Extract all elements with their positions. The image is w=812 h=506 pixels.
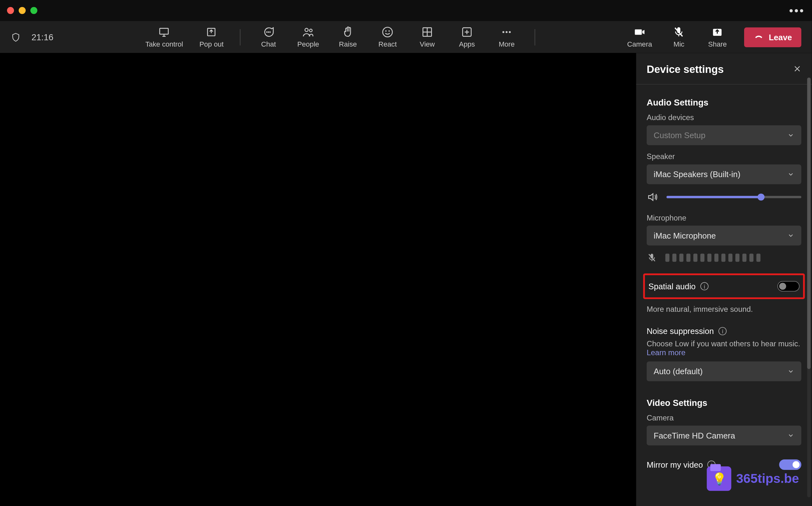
svg-point-13 — [505, 31, 508, 33]
take-control-label: Take control — [145, 40, 183, 49]
titlebar-more-icon[interactable]: ••• — [789, 4, 805, 17]
react-button[interactable]: React — [376, 26, 399, 49]
chevron-down-icon — [787, 368, 794, 375]
svg-point-9 — [389, 31, 390, 31]
raise-hand-button[interactable]: Raise — [336, 26, 360, 49]
pop-out-label: Pop out — [200, 40, 224, 49]
toolbar-center: Take control Pop out Chat People Raise — [145, 26, 535, 49]
speaker-select[interactable]: iMac Speakers (Built-in) — [647, 164, 802, 184]
lightbulb-icon: 💡 — [712, 472, 727, 486]
device-settings-panel: Device settings Audio Settings Audio dev… — [636, 53, 812, 506]
svg-point-12 — [502, 31, 504, 33]
toolbar-right: Camera Mic Share Leave — [627, 26, 801, 49]
minimize-window-button[interactable] — [19, 7, 26, 14]
watermark-text: 365tips.be — [736, 471, 799, 486]
leave-button[interactable]: Leave — [744, 27, 802, 47]
close-icon — [793, 65, 802, 73]
microphone-select[interactable]: iMac Microphone — [647, 226, 802, 246]
noise-desc-text: Choose Low if you want others to hear mu… — [647, 339, 800, 348]
mic-level-bars — [666, 253, 761, 262]
spatial-audio-highlight: Spatial audio i — [643, 273, 805, 299]
camera-label: Camera — [647, 414, 802, 422]
speaker-icon — [647, 191, 659, 203]
spatial-audio-description: More natural, immersive sound. — [647, 305, 802, 314]
mic-label: Mic — [673, 40, 684, 49]
chevron-down-icon — [787, 171, 794, 178]
chevron-down-icon — [787, 232, 794, 239]
close-panel-button[interactable] — [793, 64, 802, 76]
audio-devices-select[interactable]: Custom Setup — [647, 125, 802, 146]
pop-out-button[interactable]: Pop out — [200, 26, 224, 49]
camera-value: FaceTime HD Camera — [654, 431, 735, 440]
camera-button[interactable]: Camera — [627, 26, 652, 49]
macos-titlebar: ••• — [0, 0, 812, 21]
speaker-value: iMac Speakers (Built-in) — [654, 170, 740, 179]
chat-label: Chat — [261, 40, 276, 49]
info-icon[interactable]: i — [700, 282, 708, 290]
meeting-body: Device settings Audio Settings Audio dev… — [0, 53, 812, 506]
watermark-icon: 💡 — [707, 467, 731, 491]
mic-button[interactable]: Mic — [667, 26, 691, 49]
svg-point-2 — [267, 32, 267, 32]
more-label: More — [498, 40, 515, 49]
spatial-audio-label: Spatial audio — [648, 282, 695, 291]
video-stage[interactable] — [0, 53, 636, 506]
speaker-label: Speaker — [647, 152, 802, 161]
speaker-volume-slider[interactable] — [666, 196, 801, 198]
more-button[interactable]: More — [495, 26, 519, 49]
chevron-down-icon — [787, 432, 794, 439]
share-label: Share — [708, 40, 727, 49]
svg-point-8 — [386, 31, 386, 31]
chat-button[interactable]: Chat — [257, 26, 280, 49]
watermark: 💡 365tips.be — [707, 467, 799, 491]
chevron-down-icon — [787, 132, 794, 139]
spatial-audio-toggle[interactable] — [777, 281, 800, 291]
shield-icon[interactable] — [10, 31, 21, 43]
raise-label: Raise — [339, 40, 357, 49]
meeting-toolbar: 21:16 Take control Pop out Chat People — [0, 21, 812, 53]
take-control-button[interactable]: Take control — [145, 26, 183, 49]
svg-point-6 — [310, 29, 312, 32]
noise-suppression-description: Choose Low if you want others to hear mu… — [647, 339, 802, 357]
view-label: View — [420, 40, 434, 49]
meeting-timer: 21:16 — [31, 32, 53, 42]
microphone-value: iMac Microphone — [654, 231, 716, 240]
close-window-button[interactable] — [7, 7, 14, 14]
svg-point-3 — [268, 32, 269, 32]
svg-point-7 — [383, 27, 392, 37]
noise-suppression-select[interactable]: Auto (default) — [647, 361, 802, 382]
svg-point-4 — [270, 32, 271, 32]
apps-button[interactable]: Apps — [455, 26, 479, 49]
mirror-video-label: Mirror my video — [647, 460, 703, 469]
info-icon[interactable]: i — [719, 327, 727, 335]
camera-select[interactable]: FaceTime HD Camera — [647, 426, 802, 445]
svg-rect-0 — [160, 28, 168, 34]
svg-point-14 — [509, 31, 511, 33]
spatial-audio-row: Spatial audio i — [648, 281, 800, 291]
apps-label: Apps — [459, 40, 475, 49]
window-controls — [7, 7, 38, 14]
learn-more-link[interactable]: Learn more — [647, 348, 685, 357]
noise-suppression-label: Noise suppression — [647, 326, 714, 336]
mirror-video-label-group: Mirror my video i — [647, 460, 716, 469]
zoom-window-button[interactable] — [30, 7, 38, 14]
audio-devices-value: Custom Setup — [654, 131, 705, 140]
panel-scroll-area[interactable]: Audio Settings Audio devices Custom Setu… — [636, 85, 812, 487]
noise-suppression-label-group: Noise suppression i — [647, 326, 802, 336]
spatial-audio-label-group: Spatial audio i — [648, 282, 708, 291]
view-button[interactable]: View — [415, 26, 439, 49]
noise-suppression-value: Auto (default) — [654, 366, 703, 376]
leave-label: Leave — [769, 32, 792, 41]
microphone-label: Microphone — [647, 213, 802, 222]
speaker-volume-row — [647, 191, 802, 203]
toolbar-divider — [535, 29, 535, 45]
scrollbar-thumb[interactable] — [807, 78, 811, 369]
svg-point-5 — [305, 28, 308, 31]
people-button[interactable]: People — [296, 26, 320, 49]
share-button[interactable]: Share — [706, 26, 729, 49]
toolbar-divider — [240, 29, 241, 45]
react-label: React — [379, 40, 397, 49]
panel-title: Device settings — [647, 64, 724, 76]
audio-section-title: Audio Settings — [647, 97, 802, 107]
video-section-title: Video Settings — [647, 398, 802, 408]
